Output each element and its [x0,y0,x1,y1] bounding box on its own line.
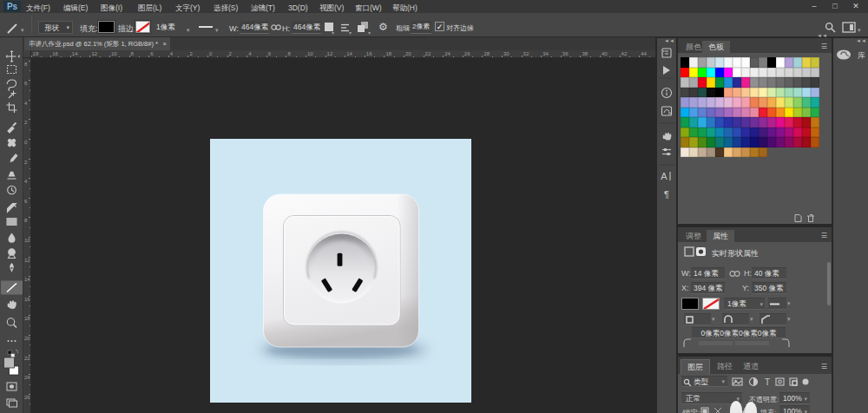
svg-text:A: A [661,171,667,181]
svg-text:T: T [765,377,770,387]
svg-text:¶: ¶ [664,189,669,200]
